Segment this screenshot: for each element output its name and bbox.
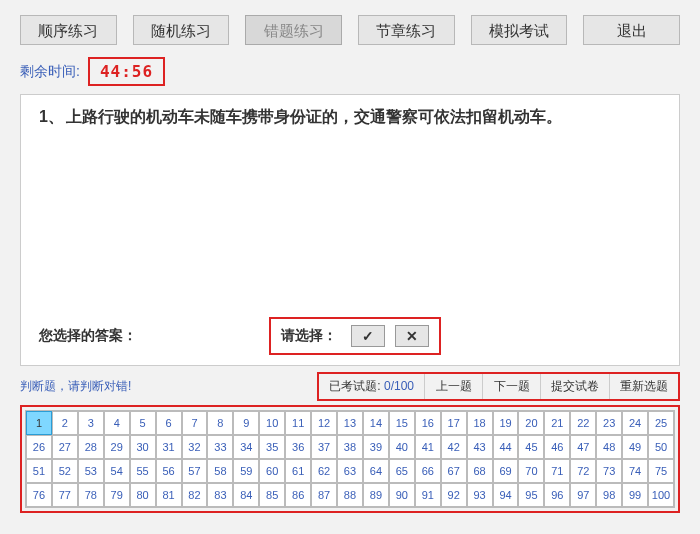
grid-cell[interactable]: 54 <box>104 459 130 483</box>
grid-cell[interactable]: 51 <box>26 459 52 483</box>
grid-cell[interactable]: 53 <box>78 459 104 483</box>
grid-cell[interactable]: 82 <box>182 483 208 507</box>
grid-cell[interactable]: 52 <box>52 459 78 483</box>
grid-cell[interactable]: 49 <box>622 435 648 459</box>
grid-cell[interactable]: 18 <box>467 411 493 435</box>
grid-cell[interactable]: 89 <box>363 483 389 507</box>
grid-cell[interactable]: 88 <box>337 483 363 507</box>
next-button[interactable]: 下一题 <box>482 374 540 399</box>
grid-cell[interactable]: 37 <box>311 435 337 459</box>
grid-cell[interactable]: 3 <box>78 411 104 435</box>
grid-cell[interactable]: 2 <box>52 411 78 435</box>
grid-cell[interactable]: 63 <box>337 459 363 483</box>
grid-cell[interactable]: 56 <box>156 459 182 483</box>
grid-cell[interactable]: 75 <box>648 459 674 483</box>
grid-cell[interactable]: 95 <box>518 483 544 507</box>
grid-cell[interactable]: 40 <box>389 435 415 459</box>
grid-cell[interactable]: 83 <box>207 483 233 507</box>
tab-exit[interactable]: 退出 <box>583 15 680 45</box>
grid-cell[interactable]: 58 <box>207 459 233 483</box>
grid-cell[interactable]: 91 <box>415 483 441 507</box>
grid-cell[interactable]: 15 <box>389 411 415 435</box>
grid-cell[interactable]: 12 <box>311 411 337 435</box>
grid-cell[interactable]: 66 <box>415 459 441 483</box>
grid-cell[interactable]: 8 <box>207 411 233 435</box>
grid-cell[interactable]: 69 <box>493 459 519 483</box>
grid-cell[interactable]: 14 <box>363 411 389 435</box>
grid-cell[interactable]: 7 <box>182 411 208 435</box>
grid-cell[interactable]: 77 <box>52 483 78 507</box>
answer-false-button[interactable]: ✕ <box>395 325 429 347</box>
grid-cell[interactable]: 86 <box>285 483 311 507</box>
grid-cell[interactable]: 6 <box>156 411 182 435</box>
tab-wrong[interactable]: 错题练习 <box>245 15 342 45</box>
grid-cell[interactable]: 78 <box>78 483 104 507</box>
grid-cell[interactable]: 1 <box>26 411 52 435</box>
grid-cell[interactable]: 90 <box>389 483 415 507</box>
grid-cell[interactable]: 62 <box>311 459 337 483</box>
grid-cell[interactable]: 19 <box>493 411 519 435</box>
submit-button[interactable]: 提交试卷 <box>540 374 609 399</box>
tab-random[interactable]: 随机练习 <box>133 15 230 45</box>
grid-cell[interactable]: 9 <box>233 411 259 435</box>
tab-chapter[interactable]: 节章练习 <box>358 15 455 45</box>
grid-cell[interactable]: 5 <box>130 411 156 435</box>
grid-cell[interactable]: 21 <box>544 411 570 435</box>
grid-cell[interactable]: 39 <box>363 435 389 459</box>
grid-cell[interactable]: 72 <box>570 459 596 483</box>
grid-cell[interactable]: 60 <box>259 459 285 483</box>
grid-cell[interactable]: 13 <box>337 411 363 435</box>
grid-cell[interactable]: 99 <box>622 483 648 507</box>
grid-cell[interactable]: 59 <box>233 459 259 483</box>
grid-cell[interactable]: 47 <box>570 435 596 459</box>
grid-cell[interactable]: 28 <box>78 435 104 459</box>
answer-true-button[interactable]: ✓ <box>351 325 385 347</box>
grid-cell[interactable]: 71 <box>544 459 570 483</box>
grid-cell[interactable]: 93 <box>467 483 493 507</box>
grid-cell[interactable]: 35 <box>259 435 285 459</box>
grid-cell[interactable]: 87 <box>311 483 337 507</box>
grid-cell[interactable]: 23 <box>596 411 622 435</box>
grid-cell[interactable]: 44 <box>493 435 519 459</box>
grid-cell[interactable]: 43 <box>467 435 493 459</box>
grid-cell[interactable]: 70 <box>518 459 544 483</box>
grid-cell[interactable]: 30 <box>130 435 156 459</box>
grid-cell[interactable]: 32 <box>182 435 208 459</box>
grid-cell[interactable]: 26 <box>26 435 52 459</box>
grid-cell[interactable]: 38 <box>337 435 363 459</box>
grid-cell[interactable]: 80 <box>130 483 156 507</box>
grid-cell[interactable]: 94 <box>493 483 519 507</box>
grid-cell[interactable]: 11 <box>285 411 311 435</box>
grid-cell[interactable]: 98 <box>596 483 622 507</box>
grid-cell[interactable]: 24 <box>622 411 648 435</box>
grid-cell[interactable]: 36 <box>285 435 311 459</box>
grid-cell[interactable]: 27 <box>52 435 78 459</box>
grid-cell[interactable]: 79 <box>104 483 130 507</box>
grid-cell[interactable]: 29 <box>104 435 130 459</box>
grid-cell[interactable]: 10 <box>259 411 285 435</box>
grid-cell[interactable]: 31 <box>156 435 182 459</box>
tab-sequence[interactable]: 顺序练习 <box>20 15 117 45</box>
grid-cell[interactable]: 4 <box>104 411 130 435</box>
reset-button[interactable]: 重新选题 <box>609 374 678 399</box>
grid-cell[interactable]: 100 <box>648 483 674 507</box>
grid-cell[interactable]: 96 <box>544 483 570 507</box>
grid-cell[interactable]: 65 <box>389 459 415 483</box>
grid-cell[interactable]: 84 <box>233 483 259 507</box>
grid-cell[interactable]: 25 <box>648 411 674 435</box>
grid-cell[interactable]: 33 <box>207 435 233 459</box>
grid-cell[interactable]: 45 <box>518 435 544 459</box>
grid-cell[interactable]: 81 <box>156 483 182 507</box>
grid-cell[interactable]: 17 <box>441 411 467 435</box>
grid-cell[interactable]: 61 <box>285 459 311 483</box>
grid-cell[interactable]: 22 <box>570 411 596 435</box>
grid-cell[interactable]: 55 <box>130 459 156 483</box>
grid-cell[interactable]: 74 <box>622 459 648 483</box>
grid-cell[interactable]: 73 <box>596 459 622 483</box>
grid-cell[interactable]: 64 <box>363 459 389 483</box>
grid-cell[interactable]: 50 <box>648 435 674 459</box>
grid-cell[interactable]: 20 <box>518 411 544 435</box>
grid-cell[interactable]: 41 <box>415 435 441 459</box>
grid-cell[interactable]: 34 <box>233 435 259 459</box>
grid-cell[interactable]: 68 <box>467 459 493 483</box>
